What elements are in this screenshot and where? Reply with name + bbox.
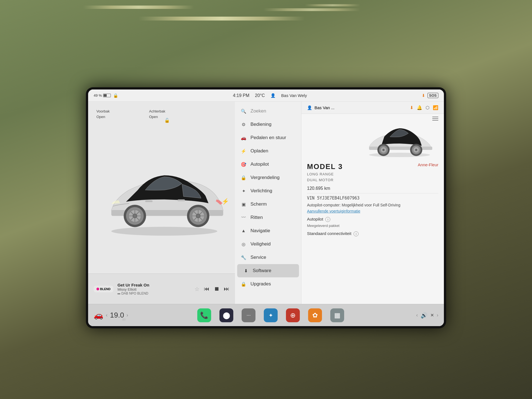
status-time: 4:19 PM xyxy=(233,93,250,98)
stop-button[interactable]: ⏹ xyxy=(214,286,219,292)
menu-label-navigatie: Navigatie xyxy=(250,228,270,234)
menu-label-verlichting: Verlichting xyxy=(250,188,272,194)
service-icon: 🔧 xyxy=(241,255,247,260)
phone-icon[interactable]: 📞 xyxy=(197,308,211,322)
status-temperature: 20°C xyxy=(255,93,265,98)
autopilot-sub: Meegeleverd pakket xyxy=(307,224,438,228)
artist-name: Missy Elliott xyxy=(117,287,190,291)
menu-search[interactable]: 🔍 Zoeken xyxy=(235,104,301,118)
connectivity-info-icon[interactable]: i xyxy=(354,231,359,236)
music-player: BLEND Get Ur Freak On Missy Elliott ▬ DA… xyxy=(88,273,235,304)
sos-label: SOS xyxy=(428,93,438,98)
menu-label-service: Service xyxy=(250,255,266,260)
taskbar-right: ‹ 🔊 ✕ › xyxy=(416,312,438,319)
menu-label-opladen: Opladen xyxy=(250,148,268,154)
svg-text:⚡: ⚡ xyxy=(222,198,229,205)
car-image: ⚡ xyxy=(94,118,235,273)
header-download-icon: ⬇ xyxy=(410,105,413,110)
station-name: ▬ DAB NPO BLEND xyxy=(117,291,190,295)
car-thumbnail xyxy=(307,119,438,158)
car-display-sub: □□ xyxy=(122,318,126,321)
menu-item-opladen[interactable]: ⚡ Opladen xyxy=(235,144,301,158)
menu-item-software[interactable]: ⬇ Software xyxy=(237,264,299,277)
volume-icon[interactable]: 🔊 xyxy=(421,312,428,319)
menu-item-pedalen[interactable]: 🚗 Pedalen en stuur xyxy=(235,131,301,144)
veiligheid-icon: ◎ xyxy=(241,242,247,247)
menu-item-upgrades[interactable]: 🔒 Upgrades xyxy=(235,277,301,291)
menu-item-scherm[interactable]: ▣ Scherm xyxy=(235,198,301,211)
battery-bar xyxy=(103,94,111,97)
verlichting-icon: ✦ xyxy=(241,188,247,194)
menu-panel: 🔍 Zoeken ⚙ Bediening 🚗 Pedalen en stuur … xyxy=(235,102,301,304)
menu-label-pedalen: Pedalen en stuur xyxy=(250,135,286,140)
upgrades-icon: 🔒 xyxy=(241,282,247,287)
puzzle-icon[interactable]: ✿ xyxy=(308,308,322,322)
autopilot-label: Autopilot xyxy=(307,217,323,221)
car-info-section: MODEL 3 LONG RANGE DUAL MOTOR Anne-Fleur… xyxy=(301,114,444,242)
svg-point-26 xyxy=(382,149,385,151)
autopilot-info-icon[interactable]: i xyxy=(325,217,330,222)
menu-item-autopilot[interactable]: 🎯 Autopilot xyxy=(235,158,301,171)
next-button[interactable]: ⏭ xyxy=(224,286,229,292)
next-volume-arrow[interactable]: › xyxy=(437,312,438,318)
menu-item-veiligheid[interactable]: ◎ Veiligheid xyxy=(235,237,301,251)
taskbar: 🚗 ‹ 19.0 › □□ 📞 ⬤ ··· ✦ ⊕ ✿ ▦ ‹ 🔊 ✕ xyxy=(88,304,444,326)
car-owner: Anne-Fleur xyxy=(418,162,438,167)
menu-label-bediening: Bediening xyxy=(250,122,272,127)
status-user: Bas Van Wely xyxy=(281,93,307,98)
menu-item-vergrendeling[interactable]: 🔒 Vergrendeling xyxy=(235,171,301,184)
battery-percent: 49 % xyxy=(94,93,102,98)
menu-item-ritten[interactable]: 〰 Ritten xyxy=(235,211,301,224)
svg-point-30 xyxy=(415,149,417,151)
user-icon: 👤 xyxy=(270,93,276,98)
taskbar-left: 🚗 ‹ 19.0 › □□ xyxy=(94,310,125,321)
menu-label-autopilot: Autopilot xyxy=(250,162,269,167)
chart-icon[interactable]: ▦ xyxy=(330,308,344,322)
achterbak-label: Achterbak Open xyxy=(149,109,165,119)
menu-label-software: Software xyxy=(253,268,271,273)
battery-indicator: 49 % xyxy=(94,93,111,98)
connectivity-label: Standaard connectiviteit xyxy=(307,231,351,236)
menu-item-navigatie[interactable]: ▲ Navigatie xyxy=(235,224,301,237)
info-header-user: Bas Van ... xyxy=(314,105,334,110)
menu-item-service[interactable]: 🔧 Service xyxy=(235,251,301,264)
search-icon: 🔍 xyxy=(241,109,247,114)
prev-button[interactable]: ⏮ xyxy=(204,286,209,292)
car-variant2: DUAL MOTOR xyxy=(307,177,343,183)
favorite-button[interactable]: ☆ xyxy=(195,286,200,292)
blend-logo: BLEND xyxy=(94,286,113,292)
svg-rect-19 xyxy=(178,200,185,201)
music-info: Get Ur Freak On Missy Elliott ▬ DAB NPO … xyxy=(117,283,190,295)
vergrendeling-icon: 🔒 xyxy=(241,175,247,180)
tesla-screen: 49 % 🔒 4:19 PM 20°C 👤 Bas Van Wely ⬇ SOS xyxy=(86,87,446,328)
vin-number: VIN 5YJ3E7EB4LF607963 xyxy=(307,196,438,201)
menu-item-bediening[interactable]: ⚙ Bediening xyxy=(235,118,301,131)
svg-rect-18 xyxy=(145,200,153,202)
taskbar-center: 📞 ⬤ ··· ✦ ⊕ ✿ ▦ xyxy=(125,308,416,322)
opladen-icon: ⚡ xyxy=(241,149,247,154)
gamepad-icon[interactable]: ⊕ xyxy=(286,308,300,322)
autopilot-icon: 🎯 xyxy=(241,162,247,167)
car-panel: Voorbak Open Achterbak Open 🔓 xyxy=(88,102,235,304)
hamburger-menu[interactable] xyxy=(432,117,438,121)
speed-display: 19.0 xyxy=(110,311,124,319)
bluetooth-icon[interactable]: ✦ xyxy=(264,308,278,322)
camera-icon[interactable]: ⬤ xyxy=(219,308,233,322)
car-model-name: MODEL 3 xyxy=(307,162,343,171)
prev-volume-arrow[interactable]: ‹ xyxy=(416,312,418,318)
car-icon[interactable]: 🚗 xyxy=(94,311,103,320)
header-bluetooth-icon: ⬡ xyxy=(426,105,429,110)
dots-icon[interactable]: ··· xyxy=(242,308,255,322)
status-bar: 49 % 🔒 4:19 PM 20°C 👤 Bas Van Wely ⬇ SOS xyxy=(88,89,444,102)
volume-mute-icon[interactable]: ✕ xyxy=(430,313,434,318)
menu-item-verlichting[interactable]: ✦ Verlichting xyxy=(235,184,301,198)
download-icon: ⬇ xyxy=(422,93,425,98)
scherm-icon: ▣ xyxy=(241,202,247,207)
car-variant1: LONG RANGE xyxy=(307,172,343,177)
header-signal-icon: 📶 xyxy=(433,105,438,110)
info-header: 👤 Bas Van ... ⬇ 🔔 ⬡ 📶 xyxy=(301,102,444,114)
vehicle-info-link[interactable]: Aanvullende voertuiginformatie xyxy=(307,209,438,213)
ritten-icon: 〰 xyxy=(241,215,247,220)
prev-arrow[interactable]: ‹ xyxy=(106,312,108,318)
music-controls[interactable]: ☆ ⏮ ⏹ ⏭ xyxy=(195,286,229,292)
